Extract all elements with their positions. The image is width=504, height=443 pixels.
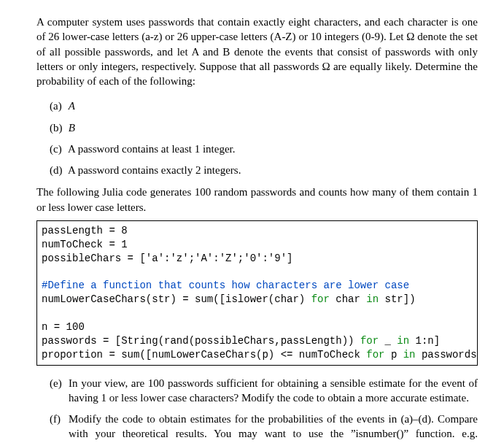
part-label: (e) [50,376,62,390]
keyword-in: in [403,349,416,361]
code-comment: #Define a function that counts how chara… [42,280,409,291]
code-description: The following Julia code generates 100 r… [36,185,478,215]
code-block: passLength = 8 numToCheck = 1 possibleCh… [36,220,478,366]
parts-list-1: (a) A (b) B (c) A password contains at l… [36,99,478,177]
part-c: (c) A password contains at least 1 integ… [50,142,478,156]
part-label: (d) [50,163,66,177]
part-label: (a) [50,99,66,113]
part-text: B [69,122,75,134]
code-line: numToCheck = 1 [42,239,128,250]
part-d: (d) A password contains exactly 2 intege… [50,163,478,177]
code-line: n = 100 [42,321,85,333]
part-f: (f)Modify the code to obtain estimates f… [50,412,478,443]
code-line: str]) [379,293,415,305]
keyword-in: in [366,293,379,305]
keyword-for: for [360,335,379,347]
keyword-for: for [366,349,384,361]
part-b: (b) B [50,120,478,135]
code-line: proportion = sum([numLowerCaseChars(p) <… [42,349,366,361]
part-text: A password contains at least 1 integer. [68,143,236,155]
code-line: char [330,293,366,305]
part-text: A [69,100,75,112]
code-line: passwords = [String(rand(possibleChars,p… [42,335,360,347]
keyword-in: in [397,335,409,347]
parts-list-2: (e)In your view, are 100 passwords suffi… [36,376,478,443]
code-line: possibleChars = ['a':'z';'A':'Z';'0':'9'… [42,253,292,264]
code-line: 1:n] [409,335,440,347]
code-line: p [385,349,403,361]
part-label: (f) [50,412,61,426]
keyword-for: for [311,293,330,305]
code-line: numLowerCaseChars(str) = sum([islower(ch… [42,293,311,305]
part-label: (c) [50,142,66,156]
problem-intro: A computer system uses passwords that co… [36,15,478,88]
part-text: A password contains exactly 2 integers. [68,164,241,176]
part-text: In your view, are 100 passwords sufficie… [69,377,478,404]
part-e: (e)In your view, are 100 passwords suffi… [50,376,478,406]
part-a: (a) A [50,99,478,113]
part-label: (b) [50,120,66,135]
code-line: _ [379,335,397,347]
part-text: Modify the code to obtain estimates for … [69,413,478,443]
code-line: passLength = 8 [42,225,128,236]
code-line: passwords])/n [416,349,478,361]
